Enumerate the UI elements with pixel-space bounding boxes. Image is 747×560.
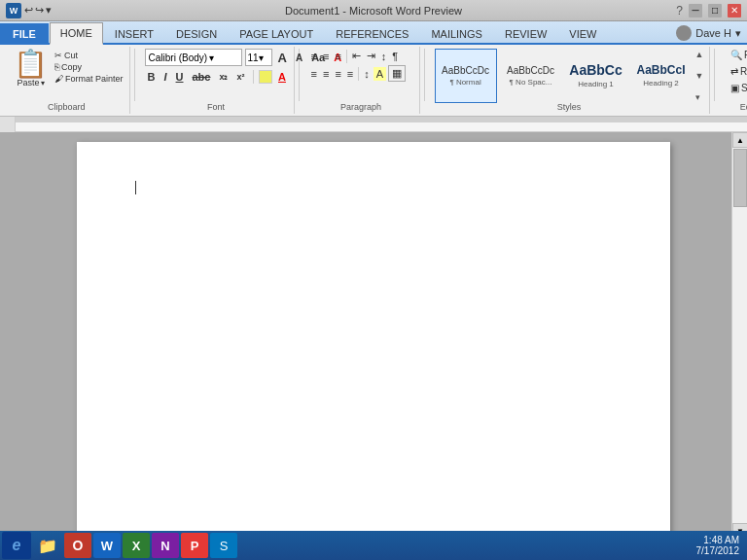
paragraph-group: ≡ ≡ ≡ ⇤ ⇥ ↕ ¶ ≡ ≡ ≡ ≡ ↕ A ▦ Paragraph xyxy=(303,47,420,114)
para-sep1 xyxy=(346,50,347,63)
font-bottom-row: B I U abc x₂ x² A A xyxy=(145,70,289,84)
paste-dropdown[interactable]: ▾ xyxy=(41,79,45,88)
decrease-indent-button[interactable]: ⇤ xyxy=(350,49,363,63)
sep4 xyxy=(714,49,715,101)
taskbar-ppt-icon[interactable]: P xyxy=(181,533,208,558)
font-family-selector[interactable]: Calibri (Body) ▾ xyxy=(145,49,242,66)
strikethrough-button[interactable]: abc xyxy=(190,70,214,84)
select-button[interactable]: ▣ Select ▾ xyxy=(729,82,747,94)
bold-button[interactable]: B xyxy=(145,70,159,84)
styles-scroll[interactable]: ▲ ▼ ▾ xyxy=(695,50,704,102)
increase-indent-button[interactable]: ⇥ xyxy=(365,49,377,63)
maximize-button[interactable]: □ xyxy=(708,4,722,18)
scroll-thumb[interactable] xyxy=(733,149,747,207)
style-heading2-preview: AaBbCcI xyxy=(637,64,686,77)
para-content: ≡ ≡ ≡ ⇤ ⇥ ↕ ¶ ≡ ≡ ≡ ≡ ↕ A ▦ xyxy=(309,49,413,100)
justify-button[interactable]: ≡ xyxy=(345,67,355,81)
taskbar-office-icon[interactable]: O xyxy=(64,533,91,558)
taskbar-time: 1:48 AM 7/17/2012 xyxy=(696,535,746,556)
clipboard-group: 📋 Paste ▾ ✂ Cut ⎘ Copy 🖌 Format Painter … xyxy=(4,47,130,114)
tab-view[interactable]: VIEW xyxy=(558,23,607,44)
align-center-button[interactable]: ≡ xyxy=(321,67,331,81)
style-no-spacing[interactable]: AaBbCcDc ¶ No Spac... xyxy=(500,49,562,103)
close-button[interactable]: ✕ xyxy=(728,4,741,18)
italic-button[interactable]: I xyxy=(160,70,169,84)
ruler-area xyxy=(0,117,747,132)
superscript-button[interactable]: x² xyxy=(233,71,247,83)
customize-qat[interactable]: ▾ xyxy=(46,4,52,17)
style-heading2[interactable]: AaBbCcI Heading 2 xyxy=(630,49,693,103)
copy-button[interactable]: ⎘ Copy xyxy=(54,62,124,72)
borders-button[interactable]: ▦ xyxy=(388,65,406,82)
sort-button[interactable]: ↕ xyxy=(379,50,389,63)
tab-file[interactable]: FILE xyxy=(0,23,49,44)
document-page[interactable] xyxy=(77,142,670,539)
select-icon: ▣ xyxy=(730,83,739,93)
tab-mailings[interactable]: MAILINGS xyxy=(420,23,493,44)
para-top-row: ≡ ≡ ≡ ⇤ ⇥ ↕ ¶ xyxy=(309,49,401,63)
numbering-button[interactable]: ≡ xyxy=(321,50,331,63)
style-heading1[interactable]: AaBbCc Heading 1 xyxy=(565,49,627,103)
taskbar-skype-icon[interactable]: S xyxy=(210,533,237,558)
taskbar-onenote-icon[interactable]: N xyxy=(152,533,179,558)
font-grow-button[interactable]: A xyxy=(275,50,290,66)
line-spacing-button[interactable]: ↕ xyxy=(362,67,372,81)
cut-button[interactable]: ✂ Cut xyxy=(54,51,124,60)
bullets-button[interactable]: ≡ xyxy=(309,50,319,63)
align-right-button[interactable]: ≡ xyxy=(333,67,342,81)
tab-design[interactable]: DESIGN xyxy=(165,23,228,44)
find-icon: 🔍 xyxy=(730,50,742,60)
scroll-track[interactable] xyxy=(732,148,747,523)
styles-scroll-down[interactable]: ▼ xyxy=(695,71,704,81)
style-normal[interactable]: AaBbCcDc ¶ Normal xyxy=(435,49,497,103)
taskbar-word-icon[interactable]: W xyxy=(93,533,121,558)
paste-button[interactable]: 📋 Paste ▾ xyxy=(10,49,52,89)
replace-button[interactable]: ⇄ Replace xyxy=(729,65,747,78)
app-icon: W xyxy=(6,3,21,18)
styles-group: AaBbCcDc ¶ Normal AaBbCcDc ¶ No Spac... … xyxy=(429,47,711,114)
para-bottom-row: ≡ ≡ ≡ ≡ ↕ A ▦ xyxy=(309,65,407,82)
shading-button[interactable]: A xyxy=(374,67,386,81)
sep1 xyxy=(134,49,135,101)
styles-content: AaBbCcDc ¶ Normal AaBbCcDc ¶ No Spac... … xyxy=(435,49,704,103)
font-family-arrow[interactable]: ▾ xyxy=(209,52,214,63)
align-left-button[interactable]: ≡ xyxy=(309,67,319,81)
font-size-input[interactable]: 11 ▾ xyxy=(245,49,272,66)
user-dropdown[interactable]: ▾ xyxy=(735,27,741,40)
underline-button[interactable]: U xyxy=(173,70,187,84)
styles-more[interactable]: ▾ xyxy=(695,92,704,102)
undo-button[interactable]: ↩ xyxy=(24,4,33,17)
svg-rect-1 xyxy=(16,117,747,122)
scroll-up-button[interactable]: ▲ xyxy=(732,132,747,148)
taskbar-ie-icon[interactable]: e xyxy=(2,532,31,559)
multilevel-button[interactable]: ≡ xyxy=(333,50,342,63)
show-marks-button[interactable]: ¶ xyxy=(390,50,400,63)
tab-review[interactable]: REVIEW xyxy=(494,23,557,44)
tab-page-layout[interactable]: PAGE LAYOUT xyxy=(229,23,324,44)
text-highlight-button[interactable]: A xyxy=(259,70,273,84)
styles-scroll-up[interactable]: ▲ xyxy=(695,50,704,59)
help-button[interactable]: ? xyxy=(676,4,683,18)
subscript-button[interactable]: x₂ xyxy=(216,71,231,83)
user-name: Dave H xyxy=(695,27,731,39)
sep3 xyxy=(424,49,425,101)
user-avatar xyxy=(676,25,692,41)
taskbar-folder-icon[interactable]: 📁 xyxy=(33,532,62,559)
tab-references[interactable]: REFERENCES xyxy=(325,23,419,44)
tab-home[interactable]: HOME xyxy=(50,22,103,45)
font-group: Calibri (Body) ▾ 11 ▾ A A Aa A B I U abc… xyxy=(139,47,295,114)
editing-label: Editing xyxy=(740,102,747,112)
font-size-arrow[interactable]: ▾ xyxy=(259,52,264,63)
para-sep2 xyxy=(358,67,359,81)
taskbar-excel-icon[interactable]: X xyxy=(123,533,150,558)
paste-icon: 📋 xyxy=(14,51,48,78)
ruler-corner xyxy=(0,117,16,132)
redo-button[interactable]: ↪ xyxy=(35,4,44,17)
text-color-button[interactable]: A xyxy=(275,70,289,84)
tab-insert[interactable]: INSERT xyxy=(104,23,164,44)
find-button[interactable]: 🔍 Find ▾ xyxy=(729,49,747,61)
format-painter-button[interactable]: 🖌 Format Painter xyxy=(54,74,124,84)
minimize-button[interactable]: ─ xyxy=(689,4,702,18)
font-sep xyxy=(253,70,254,84)
clipboard-label: Clipboard xyxy=(48,102,86,112)
